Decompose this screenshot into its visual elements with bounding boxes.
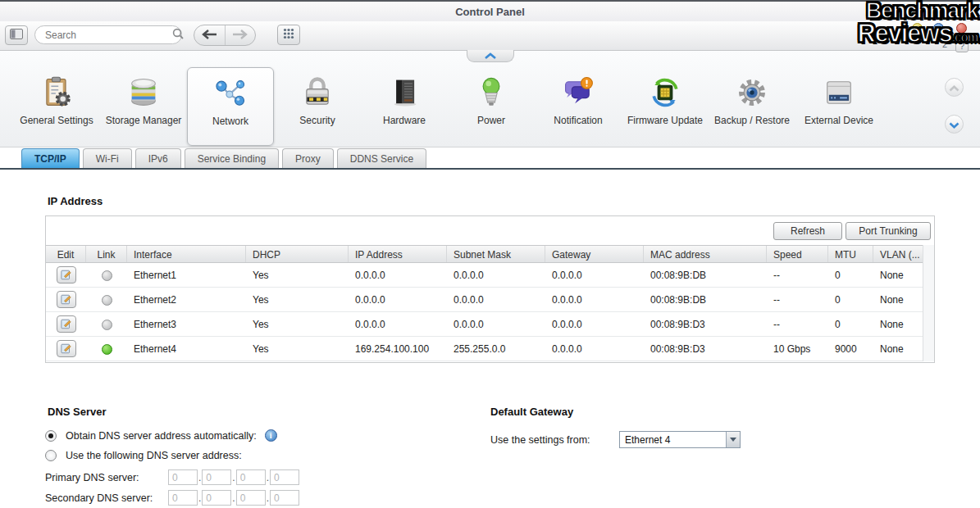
- tab-ipv6[interactable]: IPv6: [135, 148, 181, 168]
- edit-button[interactable]: [57, 266, 76, 283]
- apps-grid-button[interactable]: [277, 25, 300, 45]
- column-header-mtu[interactable]: MTU: [828, 246, 873, 262]
- ribbon-item-hardware[interactable]: Hardware: [361, 67, 448, 146]
- forward-button[interactable]: [226, 25, 256, 45]
- cell-gateway: 0.0.0.0: [545, 343, 644, 355]
- cell-mac: 00:08:9B:DB: [644, 270, 767, 281]
- primary-dns-octet-3[interactable]: [236, 469, 266, 485]
- dns-manual-radio[interactable]: [45, 450, 57, 461]
- ribbon-scroll-up-button[interactable]: [945, 78, 964, 97]
- table-scrollbar[interactable]: [923, 245, 934, 361]
- ribbon-scroll-down-button[interactable]: [945, 115, 964, 134]
- ribbon-item-security[interactable]: Security: [274, 67, 361, 146]
- help-button[interactable]: ?: [955, 39, 969, 52]
- info-icon[interactable]: i: [265, 429, 277, 442]
- back-button[interactable]: [194, 25, 226, 45]
- column-header-interface[interactable]: Interface: [127, 246, 246, 262]
- cell-interface: Ethernet2: [127, 294, 246, 306]
- general-settings-icon: [13, 72, 100, 113]
- tab-tcpip[interactable]: TCP/IP: [21, 148, 80, 168]
- table-toolbar: Refresh Port Trunking: [46, 216, 934, 245]
- chevron-up-icon: [484, 48, 497, 63]
- title-bar: Control Panel: [0, 0, 980, 21]
- column-header-speed[interactable]: Speed: [767, 246, 828, 262]
- gateway-settings-label: Use the settings from:: [490, 434, 619, 446]
- cell-gateway: 0.0.0.0: [545, 319, 644, 330]
- secondary-dns-octet-1[interactable]: [168, 490, 198, 506]
- storage-manager-icon: [100, 72, 187, 113]
- app-ribbon: General Settings Storage Manager: [0, 51, 980, 147]
- table-row-ethernet4[interactable]: Ethernet4 Yes 169.254.100.100 255.255.0.…: [46, 337, 934, 361]
- control-panel-window: Control Panel: [0, 0, 980, 508]
- secondary-dns-label: Secondary DNS server:: [45, 492, 168, 504]
- refresh-button[interactable]: Refresh: [773, 222, 842, 240]
- column-header-link[interactable]: Link: [86, 246, 127, 262]
- gateway-selected-value: Ethernet 4: [620, 432, 740, 446]
- notification-icon: [535, 72, 622, 113]
- table-row-ethernet3[interactable]: Ethernet3 Yes 0.0.0.0 0.0.0.0 0.0.0.0 00…: [46, 312, 934, 337]
- dns-auto-radio[interactable]: [45, 430, 57, 442]
- ribbon-item-power[interactable]: Power: [448, 67, 535, 146]
- power-menu-button[interactable]: [956, 23, 967, 34]
- edit-button[interactable]: [57, 315, 76, 333]
- ribbon-collapse-button[interactable]: [467, 50, 514, 62]
- ribbon-item-storage-manager[interactable]: Storage Manager: [100, 67, 187, 146]
- secondary-dns-octet-3[interactable]: [236, 490, 266, 506]
- ribbon-item-backup-restore[interactable]: Backup / Restore: [709, 67, 795, 146]
- primary-dns-octet-4[interactable]: [270, 469, 299, 485]
- secondary-dns-octet-4[interactable]: [270, 490, 299, 506]
- cell-subnet: 0.0.0.0: [447, 294, 545, 306]
- chevron-down-icon: [949, 117, 959, 132]
- edit-button[interactable]: [57, 291, 76, 308]
- cell-mac: 00:08:9B:DB: [644, 294, 767, 306]
- column-header-edit[interactable]: Edit: [46, 246, 86, 262]
- ribbon-item-label: Network: [188, 114, 273, 127]
- tab-ddns-service[interactable]: DDNS Service: [337, 148, 426, 168]
- edit-pencil-icon: [61, 343, 72, 354]
- ribbon-item-external-device[interactable]: External Device: [795, 67, 882, 146]
- primary-dns-octet-1[interactable]: [168, 469, 198, 485]
- history-nav: [194, 25, 256, 46]
- ribbon-item-label: Power: [448, 113, 535, 126]
- cell-ip: 0.0.0.0: [349, 294, 447, 306]
- dashboard-button[interactable]: [912, 23, 923, 34]
- column-header-gateway[interactable]: Gateway: [545, 246, 644, 262]
- cell-speed: --: [767, 270, 828, 281]
- cell-dhcp: Yes: [246, 270, 349, 281]
- secondary-dns-octet-2[interactable]: [202, 490, 231, 506]
- octet-separator: .: [232, 472, 235, 483]
- edit-button[interactable]: [57, 340, 76, 357]
- column-header-dhcp[interactable]: DHCP: [246, 246, 349, 262]
- column-header-ip-address[interactable]: IP Address: [349, 246, 447, 262]
- primary-dns-label: Primary DNS server:: [45, 472, 168, 483]
- octet-separator: .: [267, 472, 269, 483]
- default-gateway-section: Default Gateway Use the settings from: E…: [490, 406, 786, 448]
- table-row-ethernet2[interactable]: Ethernet2 Yes 0.0.0.0 0.0.0.0 0.0.0.0 00…: [46, 288, 934, 312]
- cell-mac: 00:08:9B:D3: [644, 343, 767, 355]
- ribbon-item-general-settings[interactable]: General Settings: [13, 67, 100, 146]
- search-input[interactable]: [35, 29, 172, 41]
- cell-gateway: 0.0.0.0: [545, 270, 644, 281]
- tab-wifi[interactable]: Wi-Fi: [83, 148, 132, 168]
- ribbon-item-firmware-update[interactable]: Firmware Update: [622, 67, 709, 146]
- port-trunking-button[interactable]: Port Trunking: [846, 222, 931, 240]
- dropdown-arrow-icon: [726, 432, 740, 447]
- edit-pencil-icon: [61, 294, 72, 305]
- ribbon-items: General Settings Storage Manager: [13, 67, 882, 146]
- gateway-interface-select[interactable]: Ethernet 4: [619, 431, 741, 448]
- link-status-led: [102, 320, 112, 330]
- cell-subnet: 0.0.0.0: [447, 319, 545, 330]
- table-row-ethernet1[interactable]: Ethernet1 Yes 0.0.0.0 0.0.0.0 0.0.0.0 00…: [46, 263, 934, 288]
- column-header-mac-address[interactable]: MAC address: [644, 246, 767, 262]
- column-header-subnet-mask[interactable]: Subnet Mask: [447, 246, 545, 262]
- background-task-button[interactable]: [933, 23, 944, 34]
- default-gateway-heading: Default Gateway: [490, 406, 786, 418]
- sidebar-toggle-button[interactable]: [5, 25, 28, 45]
- cell-speed: --: [767, 319, 828, 330]
- tab-proxy[interactable]: Proxy: [282, 148, 334, 168]
- edit-pencil-icon: [61, 270, 72, 280]
- primary-dns-octet-2[interactable]: [202, 469, 231, 485]
- ribbon-item-network[interactable]: Network: [187, 67, 274, 146]
- tab-service-binding[interactable]: Service Binding: [185, 148, 279, 168]
- ribbon-item-notification[interactable]: Notification: [535, 67, 622, 146]
